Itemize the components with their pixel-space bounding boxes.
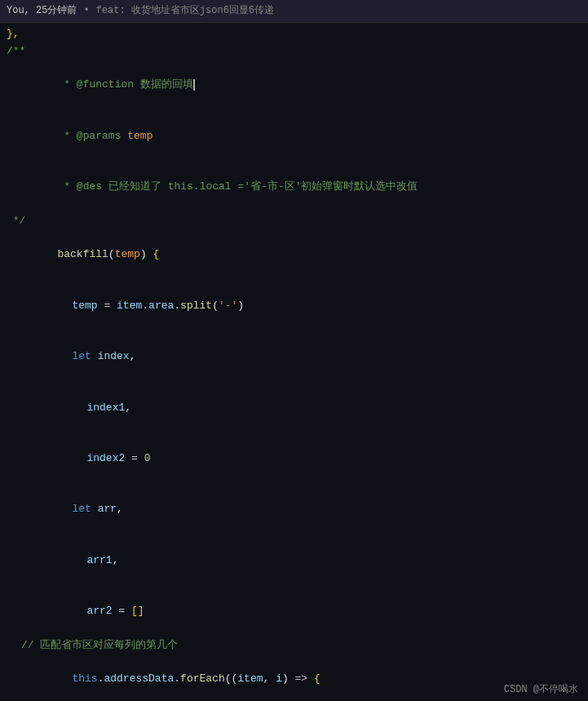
code-line-2: /** (0, 43, 588, 60)
code-line-6: */ (0, 213, 588, 230)
code-line-4: * @params temp (0, 111, 588, 162)
editor-container: You, 25分钟前 • feat: 收货地址省市区json6回显6传递 }, … (0, 0, 588, 701)
code-line-9: let index, (0, 331, 588, 382)
code-line-13: arr1, (0, 535, 588, 586)
code-line-3: * @function 数据的回填 (0, 60, 588, 111)
bottom-bar-label: CSDN @不停喝水 (504, 684, 578, 695)
top-bar-author: You, 25分钟前 (7, 3, 77, 19)
code-line-8: temp = item.area.split('-') (0, 281, 588, 331)
top-bar-commit: feat: 收货地址省市区json6回显6传递 (96, 3, 274, 19)
top-bar-separator: • (83, 3, 89, 19)
code-line-1: }, (0, 26, 588, 43)
code-area: }, /** * @function 数据的回填 * @params temp … (0, 23, 588, 701)
bottom-bar: CSDN @不停喝水 (494, 679, 588, 701)
code-line-7: backfill(temp) { (0, 230, 588, 281)
code-line-12: let arr, (0, 485, 588, 535)
code-line-15: // 匹配省市区对应每列的第几个 (0, 637, 588, 654)
top-bar: You, 25分钟前 • feat: 收货地址省市区json6回显6传递 (0, 0, 588, 23)
code-line-10: index1, (0, 383, 588, 433)
code-line-11: index2 = 0 (0, 433, 588, 484)
code-line-14: arr2 = [] (0, 586, 588, 637)
code-line-5: * @des 已经知道了 this.local ='省-市-区'初始弹窗时默认选… (0, 162, 588, 212)
